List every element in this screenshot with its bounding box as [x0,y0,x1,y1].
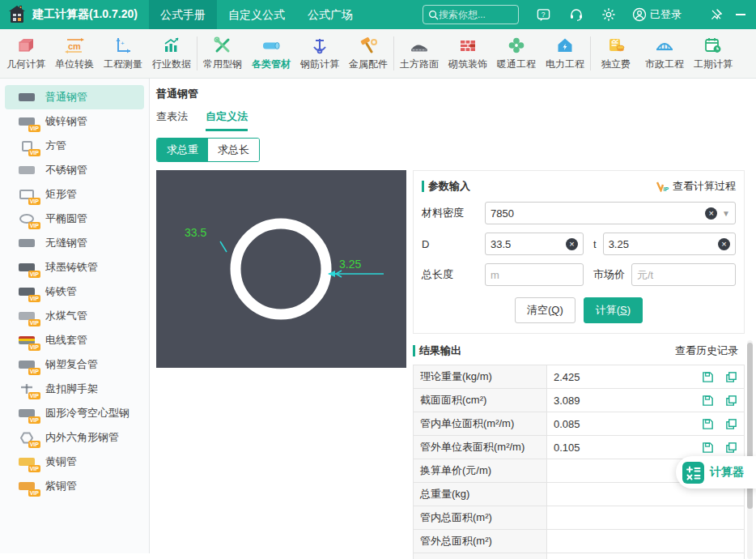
table-row: 管内单位面积(m²/m) 0.085 [414,412,745,436]
toolbar-item-electric[interactable]: 电力工程 [541,36,589,71]
menu-formula-plaza[interactable]: 公式广场 [296,0,364,29]
toolbar-item-schedule[interactable]: 工期计算 [689,36,737,71]
help-icon[interactable]: ? [537,7,551,22]
chevron-down-icon[interactable]: ▼ [722,209,730,218]
mode-total-weight[interactable]: 求总重 [157,139,208,161]
save-icon[interactable] [702,371,714,383]
sidebar-item-galvanized-pipe[interactable]: VIP 镀锌钢管 [5,109,144,134]
maximize-button[interactable] [753,0,756,29]
calculate-button[interactable]: 计算(S) [584,297,643,323]
user-avatar-icon [632,7,647,22]
login-status[interactable]: 已登录 [632,7,682,22]
brick-icon [458,36,478,55]
toolbar-item-masonry[interactable]: 砌筑装饰 [444,36,492,71]
toolbar-separator [590,36,591,70]
clear-density-icon[interactable]: × [705,207,717,220]
density-input[interactable]: × ▼ [485,202,736,224]
sidebar-item-water-gas-pipe[interactable]: VIP 水煤气管 [5,304,144,328]
search-box[interactable] [423,5,519,24]
toolbar-item-industry-data[interactable]: 行业数据 [147,36,196,71]
sidebar-item-brass-pipe[interactable]: VIP 黄铜管 [5,450,144,474]
table-row: 理论重量(kg/m) 2.425 [414,365,745,389]
floating-calculator-button[interactable]: 计算器 [676,456,756,489]
toolbar-item-pipes[interactable]: 各类管材 [247,36,295,71]
calendar-clock-icon [703,36,723,55]
copper-pipe-icon: VIP [18,480,36,492]
sidebar-item-scaffold[interactable]: VIP 盘扣脚手架 [5,377,144,401]
toolbar-item-independent-fee[interactable]: 独立费 [592,36,640,71]
headset-icon[interactable] [569,7,584,22]
save-icon[interactable] [702,395,714,407]
total-length-input[interactable] [485,263,584,286]
toolbar-item-earthwork[interactable]: 土方路面 [395,36,444,71]
cube-icon [16,36,36,55]
menu-formula-manual[interactable]: 公式手册 [149,0,217,29]
sidebar-item-stainless-pipe[interactable]: 不锈钢管 [5,158,144,182]
sidebar-item-ductile-iron-pipe[interactable]: VIP 球墨铸铁管 [5,255,144,280]
settings-gear-icon[interactable] [601,7,616,22]
sidebar-item-cast-iron-pipe[interactable]: VIP 铸铁管 [5,280,144,304]
road-icon [410,36,429,55]
sidebar-item-steel-plastic-pipe[interactable]: VIP 钢塑复合管 [5,352,144,377]
sidebar-item-wire-conduit[interactable]: VIP 电线套管 [5,328,144,352]
toolbar-item-measure[interactable]: + 工程测量 [99,36,147,71]
copy-icon[interactable] [725,418,737,430]
sidebar-item-copper-pipe[interactable]: VIP 紫铜管 [5,474,144,498]
view-process-link[interactable]: IP 查看计算过程 [656,179,736,194]
table-row: 总面积(m²) [414,553,745,559]
brass-pipe-icon: VIP [18,456,36,467]
pipe-icon: VIP [18,262,36,273]
vip-badge: VIP [28,295,40,302]
fee-icon [606,36,626,55]
tab-lookup-table[interactable]: 查表法 [156,109,188,131]
mode-total-length[interactable]: 求总长 [208,139,259,161]
result-value: 0.085 [554,418,702,430]
vip-badge: VIP [28,392,40,399]
toolbar-item-metal-fittings[interactable]: 金属配件 [344,36,393,71]
save-icon[interactable] [702,442,714,454]
t-input[interactable]: × [603,233,736,255]
market-price-input[interactable] [631,263,736,286]
menu-custom-formula[interactable]: 自定义公式 [217,0,296,29]
clear-button[interactable]: 清空(Q) [515,297,575,323]
d-input[interactable]: × [485,233,584,255]
vip-badge: VIP [28,441,40,448]
main-menu: 公式手册 自定义公式 公式广场 [149,0,364,29]
sidebar-item-flat-oval-tube[interactable]: VIP 平椭圆管 [5,207,144,231]
minimize-button[interactable] [728,0,753,29]
search-input[interactable] [439,9,513,20]
bridge-icon [655,36,674,55]
vertical-scrollbar[interactable] [747,340,753,559]
pipe-icon: VIP [18,408,36,419]
vip-badge: VIP [28,198,40,205]
save-icon[interactable] [702,418,714,430]
scaffold-icon: VIP [18,383,36,395]
vip-badge: VIP [28,222,40,229]
view-history-link[interactable]: 查看历史记录 [675,344,738,358]
pin-icon[interactable] [704,0,728,29]
clear-d-icon[interactable]: × [566,238,578,250]
sidebar-item-hexagon-pipe[interactable]: VIP 内外六角形钢管 [5,425,144,450]
sidebar-item-cold-bent-hollow-steel[interactable]: VIP 圆形冷弯空心型钢 [5,401,144,425]
tab-custom-method[interactable]: 自定义法 [206,109,248,131]
mode-toggle-group: 求总重 求总长 [156,138,260,162]
sidebar-item-rect-tube[interactable]: VIP 矩形管 [5,182,144,207]
svg-text:+: + [121,40,125,47]
sidebar-item-square-tube[interactable]: VIP 方管 [5,134,144,158]
copy-icon[interactable] [725,395,737,407]
copy-icon[interactable] [725,442,737,454]
clear-t-icon[interactable]: × [718,238,730,250]
toolbar-item-steel-sections[interactable]: 常用型钢 [198,36,247,71]
toolbar-item-municipal[interactable]: 市政工程 [640,36,689,71]
sidebar-item-seamless-pipe[interactable]: 无缝钢管 [5,231,144,255]
copy-icon[interactable] [725,371,737,383]
outer-diameter-label: 33.5 [185,226,206,239]
sidebar-item-ordinary-steel-pipe[interactable]: 普通钢管 [5,85,144,109]
toolbar-item-hvac[interactable]: 暖通工程 [492,36,541,71]
toolbar-item-rebar-calc[interactable]: 钢筋计算 [295,36,344,71]
pipe-icon: VIP [18,310,36,322]
toolbar-item-unit-convert[interactable]: cm 单位转换 [50,36,99,71]
pipe-ring [236,224,326,314]
section-marker [422,181,424,192]
toolbar-item-geometry[interactable]: 几何计算 [2,36,50,71]
